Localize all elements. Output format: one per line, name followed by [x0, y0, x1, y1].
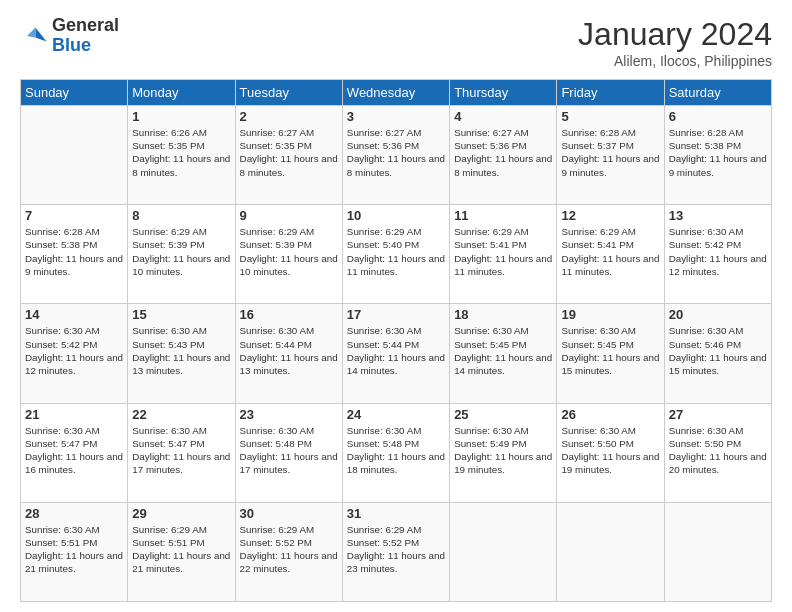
day-info: Sunrise: 6:29 AMSunset: 5:39 PMDaylight:… — [132, 225, 230, 278]
day-info: Sunrise: 6:28 AMSunset: 5:38 PMDaylight:… — [669, 126, 767, 179]
calendar-cell: 19Sunrise: 6:30 AMSunset: 5:45 PMDayligh… — [557, 304, 664, 403]
calendar-cell: 28Sunrise: 6:30 AMSunset: 5:51 PMDayligh… — [21, 502, 128, 601]
day-number: 30 — [240, 506, 338, 521]
calendar-cell — [557, 502, 664, 601]
logo-icon — [20, 22, 48, 50]
calendar-cell: 18Sunrise: 6:30 AMSunset: 5:45 PMDayligh… — [450, 304, 557, 403]
calendar-cell: 17Sunrise: 6:30 AMSunset: 5:44 PMDayligh… — [342, 304, 449, 403]
day-info: Sunrise: 6:29 AMSunset: 5:52 PMDaylight:… — [240, 523, 338, 576]
calendar-table: Sunday Monday Tuesday Wednesday Thursday… — [20, 79, 772, 602]
calendar-cell: 26Sunrise: 6:30 AMSunset: 5:50 PMDayligh… — [557, 403, 664, 502]
day-number: 7 — [25, 208, 123, 223]
calendar-cell: 9Sunrise: 6:29 AMSunset: 5:39 PMDaylight… — [235, 205, 342, 304]
day-number: 16 — [240, 307, 338, 322]
calendar-cell: 23Sunrise: 6:30 AMSunset: 5:48 PMDayligh… — [235, 403, 342, 502]
calendar-cell: 16Sunrise: 6:30 AMSunset: 5:44 PMDayligh… — [235, 304, 342, 403]
calendar-week-2: 7Sunrise: 6:28 AMSunset: 5:38 PMDaylight… — [21, 205, 772, 304]
svg-marker-0 — [35, 27, 46, 41]
day-number: 23 — [240, 407, 338, 422]
day-number: 29 — [132, 506, 230, 521]
calendar-week-5: 28Sunrise: 6:30 AMSunset: 5:51 PMDayligh… — [21, 502, 772, 601]
calendar-cell — [450, 502, 557, 601]
day-number: 11 — [454, 208, 552, 223]
day-info: Sunrise: 6:30 AMSunset: 5:44 PMDaylight:… — [240, 324, 338, 377]
day-info: Sunrise: 6:29 AMSunset: 5:39 PMDaylight:… — [240, 225, 338, 278]
day-info: Sunrise: 6:28 AMSunset: 5:38 PMDaylight:… — [25, 225, 123, 278]
calendar-cell: 30Sunrise: 6:29 AMSunset: 5:52 PMDayligh… — [235, 502, 342, 601]
day-number: 6 — [669, 109, 767, 124]
calendar-week-4: 21Sunrise: 6:30 AMSunset: 5:47 PMDayligh… — [21, 403, 772, 502]
day-number: 4 — [454, 109, 552, 124]
day-number: 8 — [132, 208, 230, 223]
day-info: Sunrise: 6:30 AMSunset: 5:46 PMDaylight:… — [669, 324, 767, 377]
calendar-cell: 27Sunrise: 6:30 AMSunset: 5:50 PMDayligh… — [664, 403, 771, 502]
calendar-cell: 2Sunrise: 6:27 AMSunset: 5:35 PMDaylight… — [235, 106, 342, 205]
svg-marker-1 — [27, 27, 35, 37]
calendar-cell — [664, 502, 771, 601]
day-number: 27 — [669, 407, 767, 422]
day-info: Sunrise: 6:30 AMSunset: 5:47 PMDaylight:… — [132, 424, 230, 477]
logo-text: General Blue — [52, 16, 119, 56]
day-info: Sunrise: 6:30 AMSunset: 5:48 PMDaylight:… — [240, 424, 338, 477]
day-info: Sunrise: 6:30 AMSunset: 5:42 PMDaylight:… — [25, 324, 123, 377]
col-friday: Friday — [557, 80, 664, 106]
day-number: 19 — [561, 307, 659, 322]
calendar-cell: 25Sunrise: 6:30 AMSunset: 5:49 PMDayligh… — [450, 403, 557, 502]
day-info: Sunrise: 6:30 AMSunset: 5:45 PMDaylight:… — [561, 324, 659, 377]
calendar-cell — [21, 106, 128, 205]
calendar-cell: 3Sunrise: 6:27 AMSunset: 5:36 PMDaylight… — [342, 106, 449, 205]
calendar-cell: 20Sunrise: 6:30 AMSunset: 5:46 PMDayligh… — [664, 304, 771, 403]
day-number: 15 — [132, 307, 230, 322]
page: General Blue January 2024 Alilem, Ilocos… — [0, 0, 792, 612]
calendar-week-3: 14Sunrise: 6:30 AMSunset: 5:42 PMDayligh… — [21, 304, 772, 403]
day-info: Sunrise: 6:27 AMSunset: 5:35 PMDaylight:… — [240, 126, 338, 179]
day-number: 17 — [347, 307, 445, 322]
main-title: January 2024 — [578, 16, 772, 53]
day-info: Sunrise: 6:30 AMSunset: 5:50 PMDaylight:… — [669, 424, 767, 477]
day-number: 21 — [25, 407, 123, 422]
day-number: 22 — [132, 407, 230, 422]
day-number: 9 — [240, 208, 338, 223]
day-number: 28 — [25, 506, 123, 521]
calendar-cell: 5Sunrise: 6:28 AMSunset: 5:37 PMDaylight… — [557, 106, 664, 205]
calendar-header-row: Sunday Monday Tuesday Wednesday Thursday… — [21, 80, 772, 106]
day-info: Sunrise: 6:29 AMSunset: 5:40 PMDaylight:… — [347, 225, 445, 278]
day-number: 3 — [347, 109, 445, 124]
calendar-cell: 22Sunrise: 6:30 AMSunset: 5:47 PMDayligh… — [128, 403, 235, 502]
day-number: 5 — [561, 109, 659, 124]
calendar-cell: 31Sunrise: 6:29 AMSunset: 5:52 PMDayligh… — [342, 502, 449, 601]
calendar-cell: 10Sunrise: 6:29 AMSunset: 5:40 PMDayligh… — [342, 205, 449, 304]
day-number: 25 — [454, 407, 552, 422]
day-info: Sunrise: 6:26 AMSunset: 5:35 PMDaylight:… — [132, 126, 230, 179]
day-number: 2 — [240, 109, 338, 124]
calendar-cell: 4Sunrise: 6:27 AMSunset: 5:36 PMDaylight… — [450, 106, 557, 205]
calendar-cell: 21Sunrise: 6:30 AMSunset: 5:47 PMDayligh… — [21, 403, 128, 502]
calendar-week-1: 1Sunrise: 6:26 AMSunset: 5:35 PMDaylight… — [21, 106, 772, 205]
day-number: 10 — [347, 208, 445, 223]
day-number: 18 — [454, 307, 552, 322]
day-info: Sunrise: 6:27 AMSunset: 5:36 PMDaylight:… — [347, 126, 445, 179]
day-info: Sunrise: 6:29 AMSunset: 5:52 PMDaylight:… — [347, 523, 445, 576]
calendar-cell: 14Sunrise: 6:30 AMSunset: 5:42 PMDayligh… — [21, 304, 128, 403]
day-number: 26 — [561, 407, 659, 422]
col-saturday: Saturday — [664, 80, 771, 106]
calendar-cell: 15Sunrise: 6:30 AMSunset: 5:43 PMDayligh… — [128, 304, 235, 403]
col-wednesday: Wednesday — [342, 80, 449, 106]
day-info: Sunrise: 6:30 AMSunset: 5:51 PMDaylight:… — [25, 523, 123, 576]
calendar-cell: 6Sunrise: 6:28 AMSunset: 5:38 PMDaylight… — [664, 106, 771, 205]
title-block: January 2024 Alilem, Ilocos, Philippines — [578, 16, 772, 69]
calendar-cell: 8Sunrise: 6:29 AMSunset: 5:39 PMDaylight… — [128, 205, 235, 304]
calendar-cell: 12Sunrise: 6:29 AMSunset: 5:41 PMDayligh… — [557, 205, 664, 304]
col-thursday: Thursday — [450, 80, 557, 106]
header: General Blue January 2024 Alilem, Ilocos… — [20, 16, 772, 69]
day-number: 1 — [132, 109, 230, 124]
day-info: Sunrise: 6:30 AMSunset: 5:42 PMDaylight:… — [669, 225, 767, 278]
day-number: 31 — [347, 506, 445, 521]
day-info: Sunrise: 6:29 AMSunset: 5:41 PMDaylight:… — [454, 225, 552, 278]
col-tuesday: Tuesday — [235, 80, 342, 106]
day-info: Sunrise: 6:27 AMSunset: 5:36 PMDaylight:… — [454, 126, 552, 179]
day-number: 13 — [669, 208, 767, 223]
day-number: 14 — [25, 307, 123, 322]
day-info: Sunrise: 6:30 AMSunset: 5:45 PMDaylight:… — [454, 324, 552, 377]
calendar-cell: 7Sunrise: 6:28 AMSunset: 5:38 PMDaylight… — [21, 205, 128, 304]
